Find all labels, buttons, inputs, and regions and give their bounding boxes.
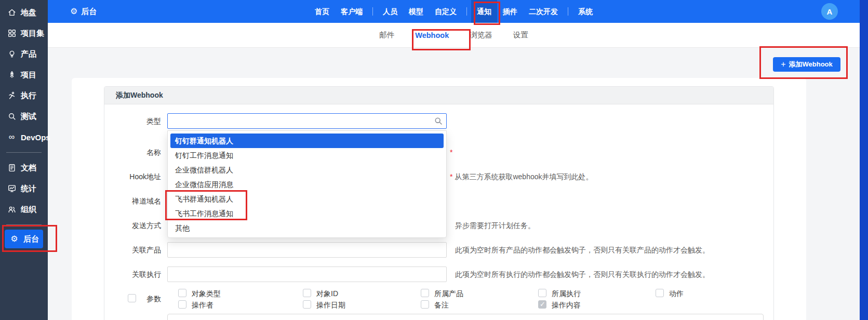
scrollbar[interactable]	[860, 0, 868, 320]
type-label: 类型	[104, 117, 161, 126]
checkbox-action-content[interactable]	[538, 300, 546, 309]
hook-hint-text: 从第三方系统获取webhook并填写到此处。	[455, 172, 593, 181]
checkbox-object-type[interactable]	[178, 289, 186, 297]
product-input[interactable]	[167, 242, 447, 258]
dropdown-option-feishu-group[interactable]: 飞书群通知机器人	[168, 192, 446, 206]
gear-icon: ⚙	[9, 234, 19, 244]
sidebar-divider	[6, 152, 42, 153]
execution-label: 关联执行	[104, 270, 161, 279]
subnav: 邮件 Webhook 浏览器 设置	[48, 23, 860, 48]
document-icon	[7, 163, 17, 173]
sidebar-item-label: 测试	[21, 112, 36, 122]
bottom-textarea[interactable]	[167, 314, 764, 320]
infinity-icon: ∞	[7, 132, 17, 142]
chart-monitor-icon	[7, 184, 17, 194]
nav-item-home[interactable]: 首页	[309, 0, 335, 23]
checkbox-label: 动作	[669, 289, 684, 299]
sidebar-item-label: 项目集	[21, 29, 44, 38]
dropdown-option-dingtalk-work[interactable]: 钉钉工作消息通知	[168, 148, 446, 163]
dropdown-option-wecom-group[interactable]: 企业微信群机器人	[168, 163, 446, 177]
sidebar-item-label: 后台	[23, 234, 39, 244]
sidebar-item-label: 统计	[21, 184, 36, 194]
required-asterisk: *	[450, 148, 452, 156]
sidebar-item-product[interactable]: 产品	[0, 44, 48, 64]
required-asterisk: *	[450, 172, 452, 181]
checkbox-label: 对象ID	[316, 289, 338, 299]
name-label: 名称	[104, 148, 161, 157]
execution-input[interactable]	[167, 266, 447, 282]
checkbox-label: 所属执行	[552, 289, 581, 299]
sidebar-item-project[interactable]: 项目	[0, 64, 48, 85]
type-search-input[interactable]	[167, 113, 447, 129]
sidebar-item-program[interactable]: 项目集	[0, 23, 48, 44]
hook-hint: *从第三方系统获取webhook并填写到此处。	[450, 172, 593, 182]
nav-item-custom[interactable]: 自定义	[429, 0, 462, 23]
people-icon	[7, 205, 17, 215]
sidebar-item-devops[interactable]: ∞ DevOps	[0, 127, 48, 148]
plus-icon	[781, 60, 785, 69]
runner-icon	[7, 91, 17, 101]
panel-title: 添加Webhook	[104, 87, 773, 104]
screen: 地盘 项目集 产品 项目 执行 测试 ∞ DevOps 文档	[0, 0, 868, 320]
nav-item-dev[interactable]: 二次开发	[523, 0, 564, 23]
subnav-item-mail[interactable]: 邮件	[379, 30, 394, 40]
send-hint: 异步需要打开计划任务。	[455, 221, 535, 231]
nav-item-model[interactable]: 模型	[403, 0, 429, 23]
lightbulb-icon	[7, 49, 17, 59]
sidebar-item-dashboard[interactable]: 地盘	[0, 2, 48, 23]
home-icon	[7, 8, 17, 18]
subnav-item-browser[interactable]: 浏览器	[470, 30, 492, 40]
nav-item-client[interactable]: 客户端	[335, 0, 368, 23]
dropdown-option-feishu-work[interactable]: 飞书工作消息通知	[168, 206, 446, 221]
nav-item-staff[interactable]: 人员	[377, 0, 403, 23]
params-master-checkbox[interactable]	[128, 294, 136, 302]
checkbox-label: 操作者	[192, 301, 213, 310]
grid-icon	[7, 29, 17, 38]
sidebar-item-admin[interactable]: ⚙ 后台	[5, 230, 43, 248]
dropdown-option-other[interactable]: 其他	[168, 221, 446, 235]
nav-item-plugin[interactable]: 插件	[497, 0, 523, 23]
nav-item-system[interactable]: 系统	[572, 0, 598, 23]
sidebar-item-testing[interactable]: 测试	[0, 106, 48, 127]
sidebar-item-label: 地盘	[21, 8, 36, 18]
sidebar-item-stats[interactable]: 统计	[0, 178, 48, 199]
checkbox-label: 操作内容	[552, 301, 581, 310]
checkbox-execution[interactable]	[538, 289, 546, 297]
sidebar-item-label: DevOps	[21, 133, 50, 142]
sidebar-item-label: 组织	[21, 205, 36, 215]
dropdown-option-wecom-app[interactable]: 企业微信应用消息	[168, 177, 446, 192]
sidebar-item-label: 文档	[21, 163, 36, 173]
sidebar-item-execution[interactable]: 执行	[0, 85, 48, 106]
nav-divider	[568, 7, 568, 16]
checkbox-label: 对象类型	[192, 289, 221, 299]
subnav-item-webhook[interactable]: Webhook	[415, 31, 449, 39]
checkbox-comment[interactable]	[421, 300, 429, 309]
add-webhook-button[interactable]: 添加Webhook	[773, 57, 840, 72]
dropdown-option-dingtalk-group[interactable]: 钉钉群通知机器人	[170, 134, 444, 148]
checkbox-object-id[interactable]	[303, 289, 311, 297]
add-webhook-label: 添加Webhook	[789, 60, 833, 69]
subnav-item-settings[interactable]: 设置	[513, 30, 528, 40]
search-icon	[434, 117, 443, 125]
checkbox-actor[interactable]	[178, 300, 186, 309]
checkbox-label: 所属产品	[434, 289, 463, 299]
name-required-mark: *	[450, 148, 455, 156]
checkbox-product[interactable]	[421, 289, 429, 297]
checkbox-label: 操作日期	[316, 301, 345, 310]
sidebar-item-org[interactable]: 组织	[0, 199, 48, 220]
checkbox-action[interactable]	[656, 289, 664, 297]
sidebar-item-label: 执行	[21, 91, 36, 101]
sidebar-item-label: 项目	[21, 70, 36, 80]
type-dropdown: 钉钉群通知机器人 钉钉工作消息通知 企业微信群机器人 企业微信应用消息 飞书群通…	[167, 130, 447, 238]
checkbox-date[interactable]	[303, 300, 311, 309]
nav-item-notify[interactable]: 通知	[471, 0, 497, 23]
execution-hint: 此项为空时所有执行的动作都会触发钩子，否则只有关联执行的动作才会触发。	[455, 270, 710, 279]
rocket-icon	[7, 70, 17, 80]
avatar[interactable]: A	[821, 3, 838, 20]
checkbox-label: 备注	[434, 301, 449, 310]
product-hint: 此项为空时所有产品的动作都会触发钩子，否则只有关联产品的动作才会触发。	[455, 246, 710, 255]
send-label: 发送方式	[104, 221, 161, 231]
sidebar-item-docs[interactable]: 文档	[0, 157, 48, 178]
topbar-nav: 首页 客户端 人员 模型 自定义 通知 插件 二次开发 系统	[48, 0, 860, 23]
hook-label: Hook地址	[104, 172, 161, 182]
